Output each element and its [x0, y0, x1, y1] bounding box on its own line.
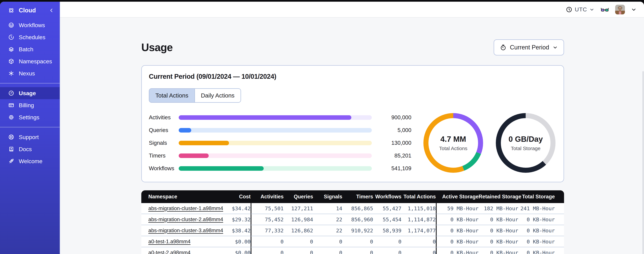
- user-avatar[interactable]: [615, 5, 625, 14]
- content: Usage Current Period Cu: [60, 18, 644, 254]
- main-area: UTC: [60, 2, 644, 254]
- bar-value: 5,000: [378, 127, 411, 133]
- column-header-signals: Signals: [313, 190, 342, 203]
- namespace-usage-table: NamespaceCostActivitiesQueriesSignalsTim…: [141, 190, 564, 254]
- column-header-namespace: Namespace: [141, 190, 208, 203]
- cell-retained_storage: 0 KB-Hour: [478, 214, 518, 225]
- donut-label: Total Storage: [511, 146, 540, 151]
- table-row: a0-test-2.a98mm4$0.000000000 KB-Hour0 KB…: [141, 247, 564, 254]
- column-header-cost: Cost: [208, 190, 250, 203]
- bar-value: 130,000: [378, 140, 411, 146]
- cell-active_storage: 0 KB-Hour: [436, 214, 478, 225]
- period-selector-label: Current Period: [510, 44, 549, 51]
- cell-total_actions: 1,174,077: [402, 225, 436, 236]
- cell-retained_storage: 0 KB-Hour: [478, 247, 518, 254]
- cell-timers: 910,922: [342, 225, 373, 236]
- bar-value: 541,109: [378, 165, 411, 172]
- cell-queries: 126,862: [284, 225, 313, 236]
- column-header-activities: Activities: [250, 190, 284, 203]
- bar-fill: [179, 115, 351, 120]
- sidebar-item-label: Docs: [19, 146, 32, 152]
- bar-track: [179, 166, 372, 171]
- sidebar-brand: Cloud: [0, 2, 60, 19]
- cell-activities: 75,452: [250, 214, 284, 225]
- bar-value: 900,000: [378, 114, 411, 121]
- column-header-queries: Queries: [284, 190, 313, 203]
- cell-activities: 75,501: [250, 203, 284, 214]
- sidebar-divider: [0, 127, 60, 127]
- schedules-icon: [8, 34, 14, 40]
- sidebar-item-label: Billing: [19, 102, 34, 108]
- bar-track: [179, 128, 372, 132]
- actions-tab-group: Total ActionsDaily Actions: [149, 88, 241, 103]
- sidebar-item-support[interactable]: Support: [0, 131, 60, 143]
- timezone-selector[interactable]: UTC: [566, 6, 594, 13]
- cell-total_actions: 0: [402, 247, 436, 254]
- welcome-icon: [8, 158, 14, 164]
- sidebar-collapse-icon[interactable]: [49, 8, 54, 13]
- card-title: Current Period (09/01/2024 — 10/01/2024): [149, 73, 556, 80]
- cell-retained_storage: 0 KB-Hour: [478, 236, 518, 247]
- cell-timers: 856,960: [342, 214, 373, 225]
- current-period-card: Current Period (09/01/2024 — 10/01/2024)…: [141, 65, 564, 182]
- summary-donuts: 4.7 MMTotal Actions0 GB/DayTotal Storage: [423, 113, 556, 173]
- bar-row-signals: Signals130,000: [149, 140, 411, 146]
- docs-icon: [8, 146, 14, 152]
- column-header-total-actions: Total Actions: [402, 190, 436, 203]
- namespace-link[interactable]: abs-migration-cluster-2.a98mm4: [148, 216, 223, 222]
- donut-value: 4.7 MM: [440, 134, 466, 144]
- tab-total-actions[interactable]: Total Actions: [149, 89, 194, 102]
- period-selector-button[interactable]: Current Period: [494, 39, 564, 56]
- bar-row-workflows: Workflows541,109: [149, 165, 411, 172]
- namespace-link[interactable]: a0-test-2.a98mm4: [148, 250, 190, 254]
- sidebar-item-welcome[interactable]: Welcome: [0, 155, 60, 167]
- sidebar: Cloud WorkflowsSchedulesBatchNamespacesN…: [0, 2, 60, 254]
- sidebar-item-schedules[interactable]: Schedules: [0, 31, 60, 43]
- namespace-link[interactable]: abs-migration-cluster-3.a98mm4: [148, 228, 223, 234]
- donut-total-storage: 0 GB/DayTotal Storage: [496, 113, 556, 173]
- cell-active_storage: 0 KB-Hour: [436, 247, 478, 254]
- cell-workflows: 55,454: [373, 214, 402, 225]
- bar-fill: [179, 128, 191, 132]
- sidebar-item-batch[interactable]: Batch: [0, 43, 60, 55]
- cell-activities: 0: [250, 236, 284, 247]
- cell-timers: 0: [342, 236, 373, 247]
- sidebar-item-namespaces[interactable]: Namespaces: [0, 55, 60, 67]
- sidebar-item-billing[interactable]: Billing: [0, 99, 60, 111]
- cell-signals: 0: [313, 236, 342, 247]
- bar-fill: [179, 154, 209, 158]
- actions-bar-chart: Activities900,000Queries5,000Signals130,…: [149, 114, 411, 172]
- scrollbar[interactable]: [642, 71, 644, 254]
- sidebar-nav: WorkflowsSchedulesBatchNamespacesNexusUs…: [0, 19, 60, 167]
- sidebar-item-workflows[interactable]: Workflows: [0, 19, 60, 31]
- cell-workflows: 58,939: [373, 225, 402, 236]
- sidebar-item-label: Support: [19, 134, 39, 140]
- cell-total_actions: 1,115,018: [402, 203, 436, 214]
- cell-timers: 856,865: [342, 203, 373, 214]
- batch-icon: [8, 46, 14, 52]
- clock-icon: [566, 6, 572, 13]
- sidebar-item-usage[interactable]: Usage: [0, 87, 60, 99]
- billing-icon: [8, 102, 14, 108]
- settings-icon: [8, 114, 14, 120]
- sidebar-item-nexus[interactable]: Nexus: [0, 67, 60, 80]
- cell-signals: 22: [313, 214, 342, 225]
- tab-daily-actions[interactable]: Daily Actions: [194, 89, 240, 102]
- cell-workflows: 55,427: [373, 203, 402, 214]
- bar-label: Workflows: [149, 165, 179, 172]
- workflows-icon: [8, 22, 14, 28]
- cell-total_storage: 0 KB-Hour: [518, 225, 564, 236]
- namespace-link[interactable]: a0-test-1.a98mm4: [148, 238, 190, 244]
- account-menu-chevron-icon[interactable]: [631, 7, 636, 12]
- sidebar-item-settings[interactable]: Settings: [0, 111, 60, 123]
- sidebar-item-docs[interactable]: Docs: [0, 143, 60, 155]
- feedback-glasses-icon[interactable]: [600, 6, 609, 13]
- cell-queries: 127,211: [284, 203, 313, 214]
- sidebar-divider: [0, 83, 60, 84]
- sidebar-item-label: Namespaces: [19, 58, 52, 65]
- cell-workflows: 0: [373, 247, 402, 254]
- bar-row-timers: Timers85,201: [149, 152, 411, 159]
- chevron-down-icon: [552, 45, 558, 50]
- namespace-link[interactable]: abs-migration-cluster-1.a98mm4: [148, 206, 223, 211]
- sidebar-item-label: Nexus: [19, 70, 35, 77]
